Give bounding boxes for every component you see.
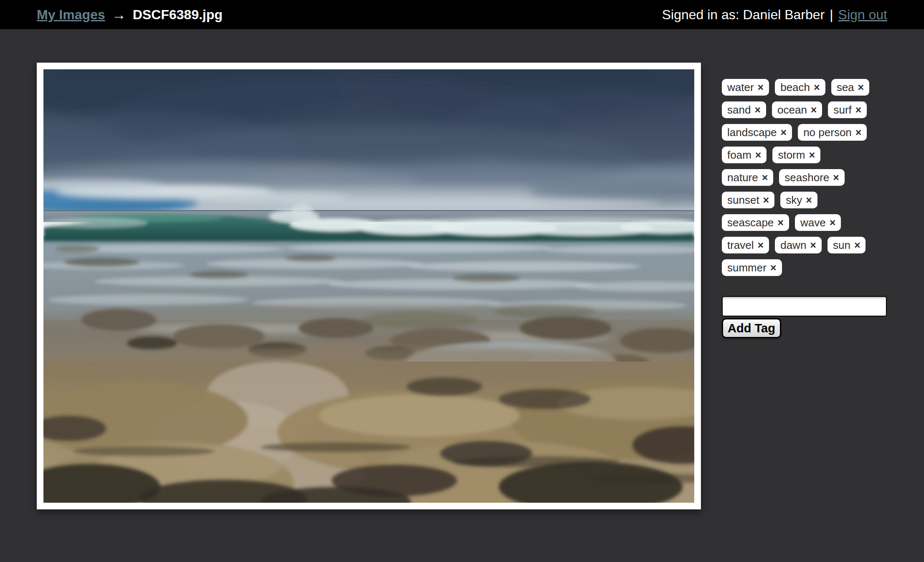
breadcrumb: My Images → DSCF6389.jpg — [37, 7, 223, 23]
remove-tag-icon[interactable]: × — [777, 218, 784, 228]
tag-label: seascape — [727, 216, 774, 229]
tag-label: dawn — [780, 239, 806, 252]
tag-row: travel × dawn × sun × — [722, 237, 889, 253]
remove-tag-icon[interactable]: × — [858, 82, 864, 93]
tag-pill: landscape × — [722, 124, 792, 141]
remove-tag-icon[interactable]: × — [854, 240, 861, 251]
tag-pill: sea × — [831, 79, 870, 96]
tag-pill: travel × — [722, 237, 769, 253]
tag-label: sunset — [727, 194, 759, 207]
breadcrumb-arrow-icon: → — [112, 7, 126, 23]
tag-label: storm — [778, 149, 805, 162]
photo-seascape — [43, 69, 694, 503]
tag-row: sunset × sky × — [722, 192, 889, 208]
remove-tag-icon[interactable]: × — [763, 195, 769, 205]
remove-tag-icon[interactable]: × — [755, 150, 762, 160]
tag-pill: ocean × — [772, 101, 822, 118]
tag-pill: sky × — [780, 192, 817, 208]
tag-pill: wave × — [795, 214, 841, 231]
remove-tag-icon[interactable]: × — [810, 240, 816, 251]
tag-label: sky — [786, 194, 802, 207]
tag-pill: sun × — [828, 237, 866, 253]
remove-tag-icon[interactable]: × — [809, 150, 815, 160]
tag-label: nature — [727, 171, 758, 184]
tag-row: nature × seashore × — [722, 169, 889, 186]
remove-tag-icon[interactable]: × — [814, 82, 820, 93]
tag-label: beach — [780, 81, 810, 94]
tag-label: landscape — [727, 126, 777, 139]
tag-row: summer × — [722, 259, 889, 276]
tag-label: surf — [833, 104, 851, 116]
tag-row: foam × storm × — [722, 147, 889, 163]
tag-label: wave — [800, 216, 826, 229]
tag-panel: water × beach × sea × sand × ocean × sur… — [722, 79, 889, 338]
remove-tag-icon[interactable]: × — [806, 195, 812, 205]
my-images-link[interactable]: My Images — [37, 7, 105, 23]
tag-label: no person — [803, 126, 852, 139]
tag-label: water — [727, 81, 754, 94]
tag-pill: surf × — [828, 101, 867, 118]
remove-tag-icon[interactable]: × — [811, 105, 817, 115]
remove-tag-icon[interactable]: × — [758, 240, 764, 251]
tag-pill: dawn × — [775, 237, 822, 253]
topbar: My Images → DSCF6389.jpg Signed in as: D… — [0, 0, 924, 29]
signed-in-text: Signed in as: Daniel Barber — [662, 7, 825, 23]
remove-tag-icon[interactable]: × — [855, 127, 862, 138]
tag-list: water × beach × sea × sand × ocean × sur… — [722, 79, 889, 276]
sign-out-link[interactable]: Sign out — [838, 7, 887, 23]
remove-tag-icon[interactable]: × — [770, 263, 777, 273]
tag-input[interactable] — [722, 296, 887, 316]
session-info: Signed in as: Daniel Barber | Sign out — [662, 7, 887, 23]
tag-pill: seashore × — [779, 169, 845, 186]
tag-label: sand — [727, 104, 751, 116]
remove-tag-icon[interactable]: × — [830, 218, 836, 228]
tag-pill: seascape × — [722, 214, 789, 231]
tag-pill: storm × — [772, 147, 820, 163]
tag-row: seascape × wave × — [722, 214, 889, 231]
tag-label: summer — [727, 261, 767, 274]
breadcrumb-current-file: DSCF6389.jpg — [133, 7, 223, 23]
tag-pill: sunset × — [722, 192, 774, 208]
tag-row: landscape × no person × — [722, 124, 889, 141]
remove-tag-icon[interactable]: × — [754, 105, 761, 115]
tag-pill: summer × — [722, 259, 782, 276]
tag-label: ocean — [777, 104, 807, 116]
tag-row: sand × ocean × surf × — [722, 101, 889, 118]
tag-label: sun — [833, 239, 850, 252]
tag-pill: no person × — [798, 124, 867, 141]
tag-row: water × beach × sea × — [722, 79, 889, 96]
tag-pill: foam × — [722, 147, 767, 163]
tag-pill: beach × — [775, 79, 825, 96]
tag-label: foam — [727, 149, 751, 162]
remove-tag-icon[interactable]: × — [781, 127, 787, 138]
session-separator: | — [830, 7, 833, 23]
add-tag-button[interactable]: Add Tag — [722, 318, 781, 338]
tag-label: sea — [837, 81, 854, 94]
tag-pill: sand × — [722, 101, 766, 118]
remove-tag-icon[interactable]: × — [855, 105, 862, 115]
tag-label: seashore — [784, 171, 829, 184]
tag-pill: nature × — [722, 169, 773, 186]
remove-tag-icon[interactable]: × — [758, 82, 764, 93]
photo-frame — [37, 63, 701, 509]
tag-pill: water × — [722, 79, 769, 96]
remove-tag-icon[interactable]: × — [833, 172, 839, 183]
tag-label: travel — [727, 239, 754, 252]
remove-tag-icon[interactable]: × — [762, 172, 768, 183]
